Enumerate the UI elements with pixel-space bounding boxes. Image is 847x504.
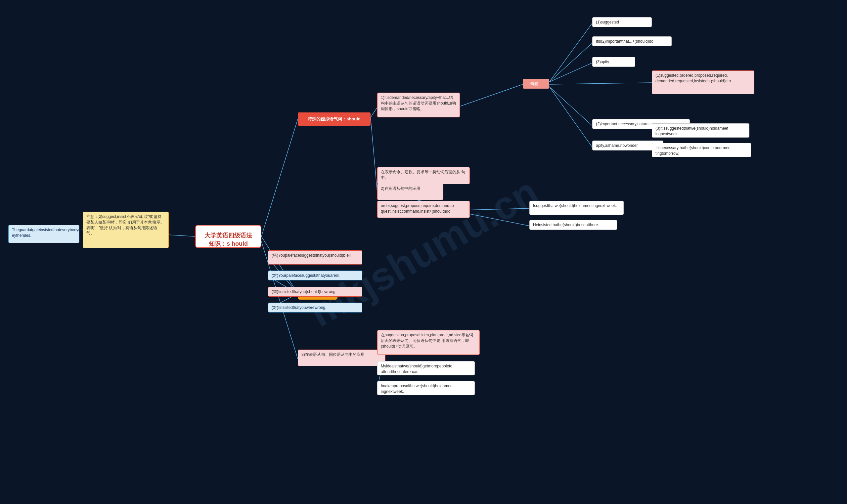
special-should-node: 特殊的虚拟语气词：should — [298, 112, 371, 126]
svg-line-9 — [549, 63, 592, 82]
s2-itis-node: Itis(2)importantthat...+(should)do — [592, 36, 672, 46]
s-sentence-type2-node: (1)suggested,ordered,proposed,required, … — [652, 70, 754, 94]
rule2-node: 2)在宾语从句中的应用 — [377, 183, 443, 200]
svg-line-8 — [549, 43, 592, 82]
svg-line-17 — [466, 208, 529, 210]
note-left-node: 注意：如suggest,insist不表示'建 议'或'坚持要某人做某事时'，即… — [83, 212, 169, 248]
rule3-desc-node: 在suggestion,proposal,idea,plan,order,ad … — [377, 330, 480, 355]
svg-line-0 — [261, 119, 298, 236]
left-example-node: Theguardatgateinsistedthateverybodyob ey… — [8, 225, 80, 243]
svg-line-5 — [371, 118, 377, 192]
svg-line-4 — [371, 107, 377, 118]
rule3-node: 3)在表语从句、同位语从句中的应用 — [298, 349, 386, 366]
s3-example1-node: (3)Itissuggestedthatwe(should)holdameet … — [652, 123, 749, 138]
s3-example2-node: Itisnecessarythathe(should)cometoourmee … — [652, 143, 751, 157]
svg-line-18 — [466, 213, 529, 226]
wrong1-node: (错)Youpalefacesuggeststhatyou(should)b e… — [268, 250, 362, 265]
svg-line-6 — [457, 84, 523, 107]
rule2-ex2-node: Heinsistedthathe(should)besentthere. — [529, 220, 617, 230]
s1-suggested-node: (1)suggested — [592, 17, 652, 27]
rule2-ex1-node: Isuggestthatwe(should)holdameetingnext w… — [529, 201, 624, 215]
svg-line-1 — [261, 236, 298, 294]
rule3-ex2-node: Imakeaproposalthatwe(should)holdameet in… — [377, 381, 475, 395]
rule2-sub1-node: 在表示命令、建议、要求等一类动词后面的从 句中。 — [377, 167, 470, 184]
wrong2-node: (错)Iinsistedthatyou(should)bewrong. — [268, 287, 362, 296]
svg-line-7 — [549, 23, 592, 82]
correct1-node: (对)Yourpalefacesuggeststhatyouareill. — [268, 271, 362, 281]
svg-line-11 — [549, 87, 592, 126]
s3-apity-node: (3)apity — [592, 57, 635, 67]
correct2-node: (对)Iinsistedthatyouwerewrong. — [268, 303, 362, 312]
central-node: 大学英语四级语法知识：s hould — [195, 225, 261, 248]
rule1-node: 1)Itisdemanded/necessary/apity+that...结 … — [377, 93, 460, 118]
sentence-type-node: 句型： — [523, 79, 549, 89]
svg-line-2 — [169, 235, 195, 236]
rule3-ex1-node: Myideaisthatwe(should)getmorepeopleto at… — [377, 361, 475, 375]
rule2-verbs-node: order,suggest,propose,require,demand,re … — [377, 201, 470, 218]
svg-line-12 — [549, 87, 592, 147]
svg-line-10 — [549, 83, 652, 84]
